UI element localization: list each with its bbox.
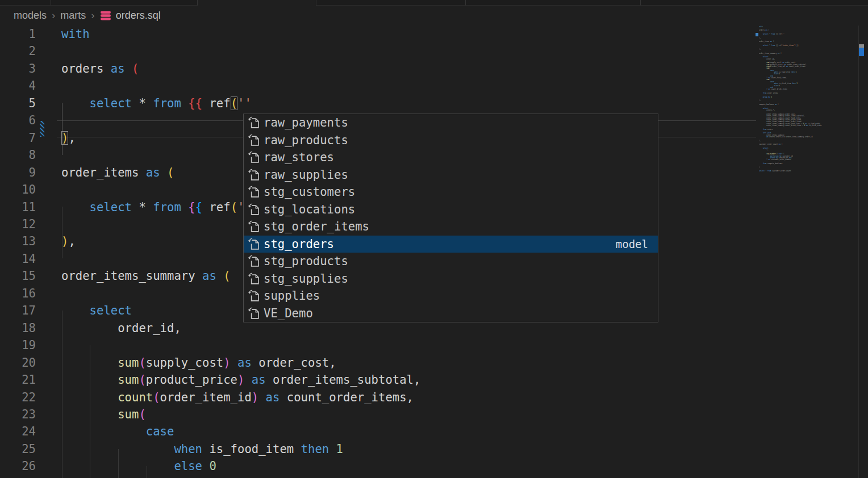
suggestion-label: raw_stores xyxy=(264,150,334,164)
code-text: order_id, xyxy=(61,320,181,337)
suggest-item[interactable]: stg_products xyxy=(244,253,658,270)
line-number[interactable]: 24 xyxy=(0,423,36,440)
line-number[interactable]: 9 xyxy=(0,164,36,181)
line-number[interactable]: 6 xyxy=(0,112,36,129)
tab-stub[interactable] xyxy=(51,0,198,6)
suggest-item[interactable]: stg_order_items xyxy=(244,218,658,236)
file-reference-icon xyxy=(248,185,261,199)
modified-line-gutter-marker xyxy=(40,121,44,137)
line-number[interactable]: 11 xyxy=(0,199,36,216)
overview-ruler-border xyxy=(858,26,859,478)
suggest-item[interactable]: stg_supplies xyxy=(244,270,658,288)
database-icon xyxy=(100,11,111,20)
code-line[interactable]: 20 sum(supply_cost) as order_cost, xyxy=(0,354,868,371)
breadcrumb-item-marts[interactable]: marts xyxy=(60,10,86,22)
code-text: ), xyxy=(61,129,76,146)
tab-stub-active[interactable] xyxy=(198,0,316,6)
line-number[interactable]: 16 xyxy=(0,285,36,302)
file-reference-icon xyxy=(248,254,261,268)
line-number[interactable]: 25 xyxy=(0,441,36,458)
code-text: with xyxy=(61,26,90,43)
line-number[interactable]: 5 xyxy=(0,95,36,112)
line-number[interactable]: 13 xyxy=(0,233,36,250)
tab-stub[interactable] xyxy=(641,0,868,6)
overview-ruler-cursor-marker[interactable] xyxy=(859,48,864,56)
tab-stub[interactable] xyxy=(466,0,641,6)
suggestion-label: supplies xyxy=(264,289,320,303)
file-reference-icon xyxy=(248,272,261,286)
line-number[interactable]: 8 xyxy=(0,146,36,163)
line-number[interactable]: 15 xyxy=(0,267,36,284)
line-number[interactable]: 23 xyxy=(0,406,36,423)
suggestion-label: stg_order_items xyxy=(264,220,369,233)
breadcrumb-item-file[interactable]: orders.sql xyxy=(100,10,161,22)
suggest-item[interactable]: raw_products xyxy=(244,132,658,149)
line-number[interactable]: 26 xyxy=(0,458,36,475)
file-reference-icon xyxy=(248,116,261,129)
code-line[interactable]: 3orders as ( xyxy=(0,60,868,77)
file-reference-icon xyxy=(248,150,261,164)
line-number[interactable]: 1 xyxy=(0,26,36,43)
file-reference-icon xyxy=(248,168,261,182)
code-text: orders as ( xyxy=(61,60,139,77)
line-number[interactable]: 7 xyxy=(0,129,36,146)
tab-stub[interactable] xyxy=(0,0,51,6)
breadcrumb-item-models[interactable]: models xyxy=(14,10,47,22)
breadcrumb: models › marts › orders.sql xyxy=(14,7,161,23)
code-line[interactable]: 25 when is_food_item then 1 xyxy=(0,441,868,458)
code-line[interactable]: 2 xyxy=(0,43,868,60)
file-reference-icon xyxy=(248,220,261,233)
suggest-item[interactable]: raw_payments xyxy=(244,114,658,132)
suggestion-label: raw_payments xyxy=(264,116,348,129)
autocomplete-dropdown: raw_payments raw_products raw_stores raw… xyxy=(243,114,658,322)
file-reference-icon xyxy=(248,133,261,147)
line-number[interactable]: 3 xyxy=(0,60,36,77)
line-number[interactable]: 17 xyxy=(0,302,36,319)
line-number[interactable]: 2 xyxy=(0,43,36,60)
breadcrumb-file-label: orders.sql xyxy=(116,10,161,22)
line-number[interactable]: 20 xyxy=(0,354,36,371)
code-line[interactable]: 22 count(order_item_id) as count_order_i… xyxy=(0,389,868,406)
code-text: order_items as ( xyxy=(61,164,174,181)
code-text: when is_food_item then 1 xyxy=(61,441,343,458)
line-number[interactable]: 18 xyxy=(0,320,36,337)
code-text: ), xyxy=(61,233,76,250)
code-line[interactable]: 26 else 0 xyxy=(0,458,868,475)
suggest-item[interactable]: VE_Demo xyxy=(244,305,658,322)
line-number[interactable]: 10 xyxy=(0,181,36,198)
code-line[interactable]: 5 select * from {{ ref('' xyxy=(0,95,868,112)
code-line[interactable]: 19 xyxy=(0,337,868,354)
tab-bar xyxy=(0,0,868,6)
suggestion-label: stg_products xyxy=(264,254,348,268)
line-number[interactable]: 4 xyxy=(0,77,36,94)
suggest-item[interactable]: stg_customers xyxy=(244,183,658,201)
code-line[interactable]: 1with xyxy=(0,26,868,43)
file-reference-icon xyxy=(248,289,261,303)
code-text: select xyxy=(61,302,132,319)
suggest-item[interactable]: stg_locations xyxy=(244,201,658,219)
line-number[interactable]: 14 xyxy=(0,250,36,267)
code-text: sum(product_price) as order_items_subtot… xyxy=(61,371,420,388)
minimap[interactable]: with orders as ( select * from {{ ref(''… xyxy=(759,26,822,172)
suggestion-label: stg_locations xyxy=(264,203,355,216)
tab-stub[interactable] xyxy=(316,0,466,6)
minimap-line: select * from customer_order_count xyxy=(759,170,822,172)
file-reference-icon xyxy=(248,307,261,320)
minimap-line: on orders.order_id = order_items_summary… xyxy=(759,136,822,137)
file-reference-icon xyxy=(248,237,261,251)
code-line[interactable]: 4 xyxy=(0,77,868,94)
code-line[interactable]: 21 sum(product_price) as order_items_sub… xyxy=(0,371,868,388)
code-line[interactable]: 24 case xyxy=(0,423,868,440)
line-number[interactable]: 12 xyxy=(0,216,36,233)
line-number[interactable]: 19 xyxy=(0,337,36,354)
suggest-item[interactable]: raw_supplies xyxy=(244,166,658,184)
line-number[interactable]: 21 xyxy=(0,371,36,388)
code-line[interactable]: 23 sum( xyxy=(0,406,868,423)
suggest-item[interactable]: supplies xyxy=(244,287,658,305)
suggest-item[interactable]: raw_stores xyxy=(244,149,658,166)
line-number[interactable]: 22 xyxy=(0,389,36,406)
code-text: case xyxy=(61,423,174,440)
suggestion-label: stg_supplies xyxy=(264,272,348,286)
suggest-item[interactable]: stg_ordersmodel xyxy=(244,236,658,253)
code-text: sum(supply_cost) as order_cost, xyxy=(61,354,336,371)
